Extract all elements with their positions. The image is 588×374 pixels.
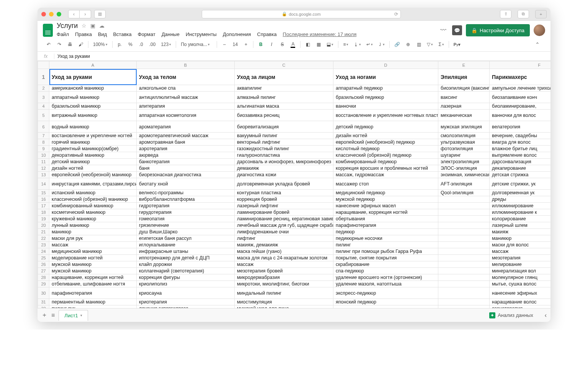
cell[interactable]: мужская эпиляция bbox=[438, 121, 490, 133]
row-header[interactable]: 20 bbox=[38, 222, 49, 229]
cell[interactable]: классический (обрезной) маникюр bbox=[49, 196, 137, 203]
comment-button[interactable]: ⊕ bbox=[404, 40, 412, 49]
cell[interactable]: механическая bbox=[438, 110, 490, 121]
col-header-B[interactable]: B bbox=[137, 61, 235, 69]
cell[interactable] bbox=[438, 222, 490, 229]
menu-Инструменты[interactable]: Инструменты bbox=[186, 31, 217, 37]
row-header[interactable]: 10 bbox=[38, 152, 49, 159]
col-header-E[interactable]: E bbox=[438, 61, 490, 69]
cell[interactable]: долговременная укладка бровей bbox=[235, 178, 333, 190]
cell[interactable]: биозапаивание конч bbox=[490, 92, 551, 103]
col-header-F[interactable]: F bbox=[490, 61, 551, 69]
col-header-D[interactable]: D bbox=[333, 61, 438, 69]
cell[interactable]: детские стрижки, ук bbox=[490, 178, 551, 190]
cell[interactable]: Уход за лицом bbox=[235, 69, 333, 85]
cell[interactable]: гидротерапия bbox=[137, 203, 235, 209]
cell[interactable]: лазерная bbox=[438, 103, 490, 110]
formula-bar[interactable]: Уход за руками bbox=[54, 54, 550, 59]
cell[interactable] bbox=[438, 274, 490, 281]
cell[interactable]: медицинский педикюр bbox=[333, 190, 438, 196]
cell[interactable]: мытье, сушка волос bbox=[490, 281, 551, 287]
cell[interactable]: массаж bbox=[49, 242, 137, 248]
chart-button[interactable]: ▥ bbox=[415, 40, 423, 49]
minimize-window-icon[interactable] bbox=[49, 12, 54, 16]
cell[interactable]: колорирование bbox=[490, 216, 551, 222]
row-header[interactable]: 24 bbox=[38, 248, 49, 255]
cell[interactable]: альгинатная маска bbox=[235, 103, 333, 110]
row-header[interactable]: 31 bbox=[38, 299, 49, 305]
cell[interactable]: иллюминирование к bbox=[490, 209, 551, 216]
reload-icon[interactable]: ⟳ bbox=[394, 11, 398, 17]
select-all-cell[interactable] bbox=[38, 61, 49, 69]
cell[interactable]: наращивание волос bbox=[490, 299, 551, 305]
cell[interactable]: велнесс-программы bbox=[137, 190, 235, 196]
cell[interactable] bbox=[438, 305, 490, 308]
filter-dropdown[interactable]: ▽▾ bbox=[425, 42, 434, 47]
currency-button[interactable]: р. bbox=[116, 40, 124, 49]
font-size-value[interactable]: 14 bbox=[231, 42, 239, 47]
cell[interactable]: душ Виши,Шарко bbox=[137, 229, 235, 235]
row-header[interactable]: 30 bbox=[38, 287, 49, 299]
cell[interactable] bbox=[438, 261, 490, 268]
cell[interactable]: комбинированный педикюр bbox=[333, 159, 438, 165]
cell[interactable]: мезотерапия бровей bbox=[235, 268, 333, 274]
address-bar[interactable]: 🔒 docs.google.com ⟳ bbox=[202, 10, 401, 18]
row-header[interactable]: 13 bbox=[38, 172, 49, 178]
cell[interactable]: Парикмахерс bbox=[490, 69, 551, 85]
row-header[interactable]: 15 bbox=[38, 190, 49, 196]
cell[interactable]: комбинированный маникюр bbox=[49, 203, 137, 209]
cell[interactable]: алмазный пилинг bbox=[235, 92, 333, 103]
cell[interactable]: криосауна bbox=[137, 287, 235, 299]
cell[interactable]: аромотерапевтический массаж bbox=[137, 133, 235, 139]
cell[interactable]: биоревитализация bbox=[235, 121, 333, 133]
cell[interactable]: Qool-эпиляция bbox=[438, 190, 490, 196]
row-header[interactable]: 18 bbox=[38, 209, 49, 216]
cell[interactable]: лунный маникюр bbox=[49, 222, 137, 229]
menu-Правка[interactable]: Правка bbox=[75, 31, 92, 37]
cell[interactable]: отбеливание, шлифование ногтя bbox=[49, 281, 137, 287]
cell[interactable]: ароматерапия bbox=[137, 121, 235, 133]
row-header[interactable]: 11 bbox=[38, 159, 49, 165]
cell[interactable]: иглоукалывание bbox=[137, 242, 235, 248]
cell[interactable]: водный маникюр bbox=[49, 121, 137, 133]
col-header-A[interactable]: A bbox=[49, 61, 137, 69]
cell[interactable]: бразильский педикюр bbox=[333, 92, 438, 103]
cell[interactable]: коррекция бровей bbox=[235, 196, 333, 203]
cell[interactable]: аппаратный маникюр bbox=[49, 92, 137, 103]
cell[interactable] bbox=[438, 216, 490, 222]
cell[interactable]: американский маникюр bbox=[49, 85, 137, 92]
cell[interactable]: перманентный маникюр bbox=[49, 299, 137, 305]
cell[interactable]: дарсонваль и ионофорез, микроинофорез bbox=[235, 159, 333, 165]
cell[interactable]: шугаринг bbox=[438, 152, 490, 159]
cell[interactable]: маска гейши (гуано) bbox=[235, 248, 333, 255]
cell[interactable]: криолиполиз bbox=[137, 281, 235, 287]
menu-Данные[interactable]: Данные bbox=[162, 31, 180, 37]
cell[interactable]: вакуумный пилинг bbox=[235, 133, 333, 139]
cell[interactable]: биоламинирование, bbox=[490, 103, 551, 110]
cell[interactable]: вибро/балансплатформа bbox=[137, 196, 235, 203]
cell[interactable] bbox=[438, 242, 490, 248]
cell[interactable]: бразильский маникюр bbox=[49, 103, 137, 110]
maximize-window-icon[interactable] bbox=[57, 12, 61, 16]
cell[interactable]: минерализация вол bbox=[490, 268, 551, 274]
cell[interactable]: классический (обрезной) педикюр bbox=[333, 152, 438, 159]
cell[interactable]: Уход за руками bbox=[49, 69, 137, 85]
rotate-dropdown[interactable]: ⤸▾ bbox=[377, 42, 386, 47]
row-header[interactable]: 9 bbox=[38, 146, 49, 152]
row-header[interactable]: 26 bbox=[38, 261, 49, 268]
bold-button[interactable]: B bbox=[256, 40, 265, 49]
star-icon[interactable]: ☆ bbox=[82, 23, 87, 29]
cell[interactable]: лечение гипергидроза bbox=[137, 305, 235, 308]
cell[interactable]: пилинг рук bbox=[49, 305, 137, 308]
cell[interactable]: спа-педикюр bbox=[333, 268, 438, 274]
cell[interactable]: вечерние, свадебны bbox=[490, 133, 551, 139]
cell[interactable]: газожидкостный пилинг bbox=[235, 146, 333, 152]
last-edit-link[interactable]: Последнее изменение: 17 июля bbox=[283, 31, 357, 37]
cell[interactable]: влажное бритье лиц bbox=[490, 146, 551, 152]
row-header[interactable]: 7 bbox=[38, 133, 49, 139]
cell[interactable]: обертывания bbox=[333, 216, 438, 222]
cell[interactable]: антициллюлитный массаж bbox=[137, 92, 235, 103]
zoom-dropdown[interactable]: 100%▾ bbox=[91, 42, 109, 47]
valign-dropdown[interactable]: ⭳▾ bbox=[352, 42, 363, 47]
cell[interactable]: ЭЛОС-эпиляция bbox=[438, 165, 490, 172]
